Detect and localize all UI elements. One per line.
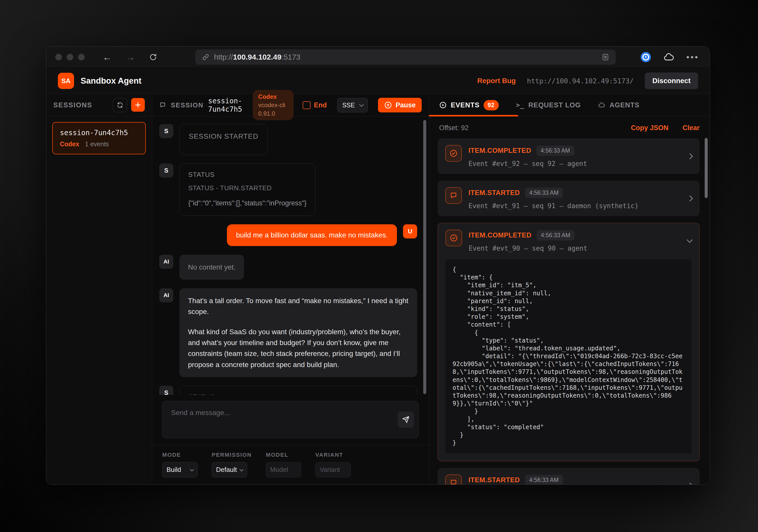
session-panel-header: SESSION session-7un4c7h5 Codex vcodex-cl… [152,94,429,116]
tab-events-label: EVENTS [451,101,480,109]
browser-window: ← → http://100.94.102.49:5173 ••• [46,46,710,485]
model-input[interactable] [266,462,301,478]
composer [152,395,429,445]
sessions-sidebar: SESSIONS + session-7un4c7h5 Codex 1 even… [46,94,152,485]
event-type: ITEM.STARTED [468,189,520,197]
event-time: 4:56:33 AM [525,475,563,485]
agent-version-badge: Codex vcodex-cli 0.91.0 [253,90,293,120]
copy-json-button[interactable]: Copy JSON [631,124,669,132]
permission-value: Default [216,466,237,474]
event-type: ITEM.STARTED [468,476,520,484]
back-icon[interactable]: ← [102,52,112,62]
zoom-window-button[interactable] [78,54,85,60]
event-subtitle: Event #evt_91 – seq 91 – daemon (synthet… [468,202,679,210]
message-bubble: SESSION STARTED [179,124,267,155]
variant-input[interactable] [315,462,351,478]
permission-select[interactable]: Default [212,462,247,478]
system-avatar: S [159,386,173,395]
status-bubble: STATUS STATUS - TURN.STARTED {"id":"0","… [179,163,315,216]
session-panel: SESSION session-7un4c7h5 Codex vcodex-cl… [152,94,429,485]
close-window-button[interactable] [55,54,62,60]
mode-value: Build [166,466,181,474]
send-icon [401,415,410,424]
terminal-icon: >_ [516,101,524,109]
cloud-icon[interactable] [663,51,674,63]
tab-request-log[interactable]: >_ REQUEST LOG [516,101,581,109]
chat-bubble-icon [445,187,462,204]
address-bar[interactable]: http://100.94.102.49:5173 [195,50,616,65]
session-events-count: 1 events [85,141,109,148]
mode-label: MODE [162,452,197,458]
event-card[interactable]: ITEM.COMPLETED 4:56:33 AM Event #evt_92 … [438,138,700,174]
transport-value: SSE [342,102,355,109]
user-avatar: U [403,224,417,239]
chat-bubble-icon [445,474,462,485]
forward-icon[interactable]: → [125,52,135,62]
url-host: 100.94.102.49 [233,53,282,61]
event-subtitle: Event #evt_90 – seq 90 – agent [469,245,678,252]
session-panel-name: session-7un4c7h5 [208,97,246,114]
clear-events-button[interactable]: Clear [682,124,700,132]
sessions-header: SESSIONS + [46,94,152,116]
system-message: S STATUS STATUS - TURN.STARTED {"id":"0"… [159,163,417,216]
chrome-toolbar-right: ••• [640,51,701,63]
reload-icon[interactable] [149,53,157,61]
more-menu-icon[interactable]: ••• [686,52,699,62]
minimize-window-button[interactable] [67,54,73,60]
end-session-control[interactable]: End [303,101,327,109]
tab-agents[interactable]: AGENTS [598,101,639,109]
model-control: MODEL [266,452,301,478]
user-bubble: build me a billion dollar saas. make no … [227,224,397,246]
event-time: 4:56:33 AM [525,188,563,198]
end-checkbox[interactable] [303,101,311,109]
status-label: STATUS [188,171,306,179]
events-scrollbar[interactable] [705,138,708,198]
system-message: S STATUS STATUS - THREAD.TOKEN_USAGE.UPD… [159,386,417,395]
check-circle-icon [445,230,462,246]
link-icon [202,53,209,61]
system-message: S SESSION STARTED [159,124,417,155]
mode-select[interactable]: Build [162,462,197,478]
password-manager-icon[interactable] [640,51,651,63]
chat-scrollbar[interactable] [423,120,426,394]
permission-label: PERMISSION [212,452,252,458]
pause-button[interactable]: Pause [378,98,422,113]
tab-agents-label: AGENTS [609,101,639,109]
send-button[interactable] [398,412,414,428]
events-offset: Offset: 92 [439,124,469,132]
message-input[interactable] [162,401,418,438]
transport-select[interactable]: SSE [337,98,368,113]
assistant-message: AI That’s a tall order. To move fast and… [159,288,417,377]
refresh-sessions-button[interactable] [113,98,127,112]
app-logo: SA [58,73,74,89]
badge-version: vcodex-cli 0.91.0 [258,102,285,117]
chevron-right-icon[interactable] [687,153,693,159]
events-toolbar: Offset: 92 Copy JSON Clear [429,116,710,137]
event-type: ITEM.COMPLETED [468,147,531,154]
event-time: 4:56:33 AM [537,230,574,241]
app-title: Sandbox Agent [81,76,142,85]
report-bug-link[interactable]: Report Bug [477,77,516,85]
assistant-paragraph: What kind of SaaS do you want (industry/… [188,326,409,370]
cloud-icon [598,101,605,109]
page-settings-icon[interactable] [602,53,609,61]
tab-events[interactable]: EVENTS 92 [439,100,499,110]
assistant-avatar: AI [159,255,173,269]
session-list-item[interactable]: session-7un4c7h5 Codex 1 events [52,122,146,154]
status-label: STATUS [188,393,408,395]
chevron-down-icon [240,467,244,471]
pause-circle-icon [384,101,392,109]
session-name: session-7un4c7h5 [60,129,138,137]
event-card[interactable]: ITEM.STARTED 4:56:33 AM Event #evt_91 – … [438,181,700,216]
chevron-down-icon[interactable] [686,237,693,243]
disconnect-button[interactable]: Disconnect [645,73,698,89]
event-time: 4:56:33 AM [536,146,574,156]
browser-nav: ← → [102,52,157,62]
new-session-button[interactable]: + [131,98,145,112]
event-card[interactable]: ITEM.STARTED 4:56:33 AM Event #evt_89 – … [438,468,700,485]
badge-agent: Codex [258,93,277,100]
chevron-right-icon[interactable] [687,195,693,201]
end-label: End [314,101,327,109]
event-card-expanded[interactable]: ITEM.COMPLETED 4:56:33 AM Event #evt_90 … [438,223,700,461]
chevron-right-icon[interactable] [687,483,693,485]
